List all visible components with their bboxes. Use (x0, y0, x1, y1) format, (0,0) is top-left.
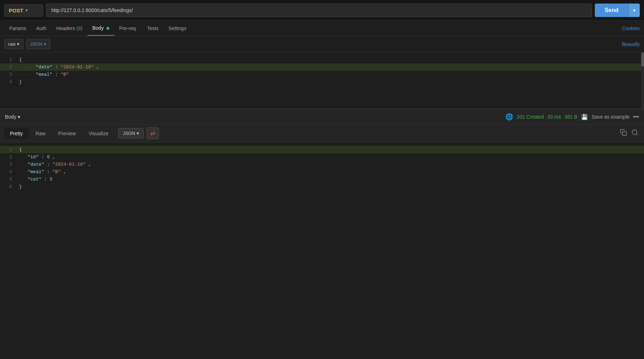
resp-line-content-2: "id" : 6 , (18, 154, 644, 160)
resp-val-cat: 5 (50, 177, 52, 182)
resp-key-meal: "meal" (28, 169, 44, 175)
json-chevron-icon: ▾ (44, 41, 46, 47)
editor-scrollbar-thumb[interactable] (641, 52, 644, 67)
resp-val-date: "2024-01-18" (52, 162, 86, 167)
val-date: "2024-01-18" (61, 64, 94, 70)
resp-tab-preview[interactable]: Preview (53, 128, 82, 139)
request-code-line-2: 2 ···· "date" : "2024-01-18" , (0, 63, 644, 71)
more-options-icon[interactable]: ••• (633, 114, 639, 120)
resp-line-num-5: 5 (0, 177, 18, 182)
tab-auth[interactable]: Auth (31, 21, 51, 35)
resp-tab-visualize[interactable]: Visualize (83, 128, 114, 139)
globe-icon: 🌐 (505, 113, 513, 121)
response-tabs-row: Pretty Raw Preview Visualize JSON ▾ ⇄ (0, 125, 644, 142)
body-dropdown-chevron-icon: ▾ (18, 114, 20, 120)
resp-json-chevron-icon: ▾ (137, 131, 139, 136)
cookies-button[interactable]: Cookies (622, 25, 640, 31)
request-code-line-4: 4 } (0, 78, 644, 86)
response-code-line-6: 6 } (0, 183, 644, 190)
send-button[interactable]: Send (595, 4, 628, 17)
tab-prereq[interactable]: Pre-req. (114, 21, 142, 35)
resp-val-meal: "B" (52, 169, 61, 175)
resp-key-id: "id" (28, 154, 39, 160)
line-num-1: 1 (0, 57, 18, 62)
indent-dots-2: ···· (19, 64, 33, 70)
line-content-4: } (18, 79, 644, 85)
body-controls: raw ▾ JSON ▾ Beautify (0, 36, 644, 52)
val-meal: "B" (61, 72, 69, 77)
response-code-line-1: 1 { (0, 146, 644, 153)
resp-line-content-1: { (18, 147, 644, 152)
resp-line-num-4: 4 (0, 169, 18, 175)
tab-tests[interactable]: Tests (142, 21, 163, 35)
resp-tab-pretty[interactable]: Pretty (4, 128, 29, 139)
response-code-line-4: 4 "meal" : "B" , (0, 168, 644, 176)
resp-line-content-6: } (18, 184, 644, 189)
url-bar: POST ▾ Send ▾ (0, 0, 644, 21)
indent-dots-3: ···· (19, 72, 33, 77)
line-content-1: { (18, 57, 644, 62)
resp-val-id: 6 (47, 154, 50, 160)
raw-chevron-icon: ▾ (17, 41, 19, 47)
save-icon: 💾 (581, 114, 588, 120)
resp-line-content-5: "cat" : 5 (18, 177, 644, 182)
send-dropdown-button[interactable]: ▾ (628, 4, 640, 17)
beautify-button[interactable]: Beautify (622, 41, 640, 47)
response-body-dropdown[interactable]: Body ▾ (5, 114, 20, 120)
resp-line-num-3: 3 (0, 162, 18, 167)
tab-params[interactable]: Params (4, 21, 31, 35)
response-json-selector[interactable]: JSON ▾ (118, 128, 144, 138)
line-num-2: 2 (0, 64, 18, 70)
line-content-2: ···· "date" : "2024-01-18" , (18, 64, 644, 70)
request-code-editor[interactable]: 1 { 2 ···· "date" : "2024-01-18" , 3 ···… (0, 52, 644, 109)
copy-response-button[interactable] (619, 127, 628, 139)
save-example-button[interactable]: Save as example (592, 114, 629, 120)
request-code-line-1: 1 { (0, 56, 644, 63)
response-code-editor: 1 { 2 "id" : 6 , 3 "date" : "2024-01-18"… (0, 142, 644, 194)
line-content-3: ···· "meal" : "B" (18, 72, 644, 77)
response-code-line-3: 3 "date" : "2024-01-18" , (0, 161, 644, 168)
response-status-bar: Body ▾ 🌐 201 Created 33 ms 381 B 💾 Save … (0, 109, 644, 125)
svg-rect-0 (623, 132, 627, 136)
resp-line-content-3: "date" : "2024-01-18" , (18, 162, 644, 167)
search-response-button[interactable] (630, 127, 640, 139)
line-num-4: 4 (0, 79, 18, 85)
svg-point-1 (632, 130, 637, 135)
url-input[interactable] (46, 4, 592, 17)
resp-line-content-4: "meal" : "B" , (18, 169, 644, 175)
key-date: "date" (36, 64, 52, 70)
svg-line-2 (636, 134, 638, 135)
status-code: 201 Created (517, 114, 544, 120)
send-button-group: Send ▾ (595, 4, 640, 17)
request-code-line-3: 3 ···· "meal" : "B" (0, 71, 644, 78)
response-status-group: 🌐 201 Created 33 ms 381 B 💾 Save as exam… (505, 113, 639, 121)
method-label: POST (9, 7, 23, 13)
resp-key-date: "date" (28, 162, 44, 167)
resp-tab-raw[interactable]: Raw (30, 128, 51, 139)
resp-line-num-2: 2 (0, 154, 18, 160)
resp-line-num-1: 1 (0, 147, 18, 152)
editor-scrollbar[interactable] (641, 52, 644, 109)
line-num-3: 3 (0, 72, 18, 77)
request-tabs-row: Params Auth Headers (8) Body Pre-req. Te… (0, 21, 644, 36)
resp-key-cat: "cat" (28, 177, 41, 182)
tab-settings[interactable]: Settings (163, 21, 191, 35)
json-format-dropdown[interactable]: JSON ▾ (26, 39, 50, 49)
word-wrap-button[interactable]: ⇄ (146, 127, 159, 139)
method-chevron-icon: ▾ (25, 8, 28, 13)
tab-headers[interactable]: Headers (8) (51, 21, 87, 35)
tab-body[interactable]: Body (87, 21, 114, 36)
resp-line-num-6: 6 (0, 184, 18, 189)
key-meal: "meal" (36, 72, 52, 77)
response-code-line-5: 5 "cat" : 5 (0, 176, 644, 183)
response-time: 33 ms (547, 114, 561, 120)
method-selector[interactable]: POST ▾ (4, 4, 43, 17)
headers-count: (8) (76, 25, 82, 31)
body-active-dot (107, 27, 109, 30)
response-code-line-2: 2 "id" : 6 , (0, 153, 644, 161)
raw-dropdown[interactable]: raw ▾ (4, 39, 23, 49)
response-size: 381 B (564, 114, 577, 120)
